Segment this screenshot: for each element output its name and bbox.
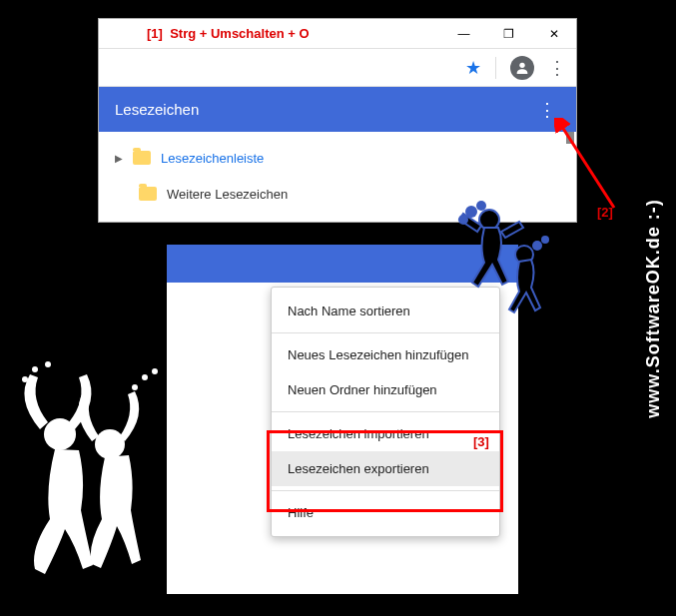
window-titlebar: [1] Strg + Umschalten + O — ❐ ✕ xyxy=(99,19,576,49)
svg-point-0 xyxy=(519,62,524,67)
svg-point-15 xyxy=(532,241,542,251)
svg-point-4 xyxy=(22,376,28,382)
svg-point-3 xyxy=(95,429,125,459)
svg-point-2 xyxy=(44,418,76,450)
ctx-new-folder[interactable]: Neuen Ordner hinzufügen xyxy=(272,372,499,407)
bookmark-folder-label: Weitere Lesezeichen xyxy=(167,187,288,202)
svg-point-7 xyxy=(132,384,138,390)
browser-menu-icon[interactable]: ⋮ xyxy=(548,57,566,79)
folder-icon xyxy=(133,151,151,165)
menu-separator xyxy=(272,332,499,333)
browser-toolbar: ★ ⋮ xyxy=(99,49,576,87)
bookmark-folder-label: Lesezeichenleiste xyxy=(161,151,264,166)
bookmark-star-icon[interactable]: ★ xyxy=(465,57,481,79)
bookmark-folder-row[interactable]: Weitere Lesezeichen xyxy=(99,176,576,212)
ctx-sort-by-name[interactable]: Nach Name sortieren xyxy=(272,294,499,328)
bookmarks-title: Lesezeichen xyxy=(115,101,199,118)
menu-separator xyxy=(272,490,499,491)
decorative-figures-left xyxy=(0,329,180,589)
svg-point-6 xyxy=(45,361,51,367)
bookmarks-menu-icon[interactable]: ⋮ xyxy=(534,95,560,125)
scrollbar-thumb[interactable] xyxy=(566,132,574,144)
bookmarks-context-window: Nach Name sortieren Neues Lesezeichen hi… xyxy=(167,245,518,594)
context-menu: Nach Name sortieren Neues Lesezeichen hi… xyxy=(271,287,500,537)
watermark-text: www.SoftwareOK.de :-) xyxy=(643,199,664,417)
chrome-bookmarks-window: [1] Strg + Umschalten + O — ❐ ✕ ★ ⋮ Lese… xyxy=(98,18,577,223)
folder-icon xyxy=(139,187,157,201)
maximize-button[interactable]: ❐ xyxy=(486,19,531,48)
toolbar-divider xyxy=(495,57,496,79)
context-window-header xyxy=(167,245,518,283)
svg-point-5 xyxy=(32,366,38,372)
svg-point-9 xyxy=(152,368,158,374)
bookmarks-list: ▶ Lesezeichenleiste Weitere Lesezeichen xyxy=(99,132,576,220)
ctx-export-bookmarks[interactable]: Lesezeichen exportieren xyxy=(272,451,499,486)
ctx-help[interactable]: Hilfe xyxy=(272,495,499,530)
bookmark-folder-row[interactable]: ▶ Lesezeichenleiste xyxy=(99,140,576,176)
minimize-button[interactable]: — xyxy=(441,19,486,48)
bookmarks-header: Lesezeichen ⋮ xyxy=(99,87,576,132)
annotation-2: [2] xyxy=(597,205,613,220)
svg-point-16 xyxy=(541,236,549,244)
ctx-import-bookmarks[interactable]: Lesezeichen importieren xyxy=(272,416,499,451)
menu-separator xyxy=(272,411,499,412)
annotation-1: [1] Strg + Umschalten + O xyxy=(147,26,310,41)
close-button[interactable]: ✕ xyxy=(531,19,576,48)
profile-avatar[interactable] xyxy=(510,56,534,80)
svg-point-8 xyxy=(142,374,148,380)
ctx-new-bookmark[interactable]: Neues Lesezeichen hinzufügen xyxy=(272,337,499,372)
caret-right-icon: ▶ xyxy=(115,153,123,164)
annotation-3: [3] xyxy=(473,434,489,449)
